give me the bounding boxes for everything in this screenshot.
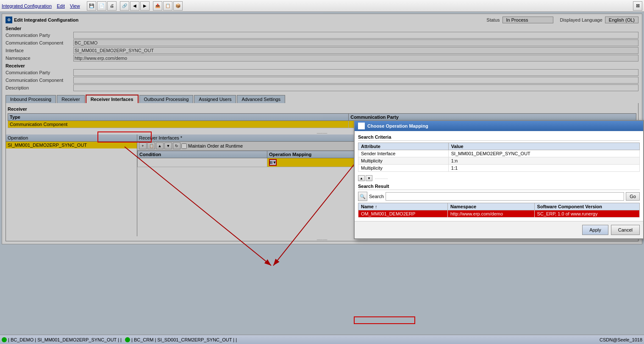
save-btn[interactable]: 💾	[87, 1, 96, 11]
criteria-row-1: Sender Interface SI_MM001_DEMO2ERP_SYNC_…	[358, 150, 640, 157]
search-result-label: Search Result	[358, 184, 640, 190]
result-namespace-cell: http://www.erp.com/demo	[447, 210, 534, 218]
menu-integrated-config[interactable]: Integrated Configuration	[2, 3, 52, 8]
toolbar-icons: 💾 📄 🖨 🔗 ◀ ▶ 📤 📋 📦	[87, 1, 183, 11]
criteria-scroll-nav: ▲ ▼ ...........	[358, 175, 640, 181]
criteria-val-2: 1:n	[448, 157, 639, 165]
result-table: Name ↑ Namespace Software Component Vers…	[358, 203, 640, 218]
status-text-1: | BC_DEMO | SI_MM001_DEMO2ERP_SYNC_OUT |…	[8, 337, 122, 342]
scroll-down-btn[interactable]: ▼	[366, 175, 372, 181]
result-namespace-col: Namespace	[447, 203, 534, 210]
result-scv-cell: SC_ERP, 1.0 of www.runergy	[534, 210, 639, 218]
apply-button[interactable]: Apply	[582, 225, 608, 235]
status-item-2: | BC_CRM | SI_SD001_CRM2ERP_SYNC_OUT | |	[125, 337, 237, 342]
criteria-row-3: Multiplicity 1:1	[358, 165, 640, 172]
criteria-table: Attribute Value Sender Interface SI_MM00…	[358, 143, 640, 172]
search-icon-btn[interactable]: 🔍	[358, 192, 367, 201]
search-criteria-label: Search Criteria	[358, 134, 640, 141]
modal-title-icon: ⚙	[358, 123, 365, 129]
search-label: Search	[369, 194, 384, 199]
menu-view[interactable]: View	[70, 3, 80, 8]
criteria-val-col: Value	[448, 143, 639, 150]
criteria-val-3: 1:1	[448, 165, 639, 172]
copy-btn[interactable]: 📋	[163, 1, 172, 11]
result-name-cell: OM_MM001_DEMO2ERP	[358, 210, 448, 218]
criteria-attr-col: Attribute	[358, 143, 449, 150]
scroll-ellipsis: ...........	[375, 175, 388, 181]
csdn-watermark: CSDN@Seele_1018	[600, 337, 642, 342]
package-btn[interactable]: 📦	[173, 1, 183, 11]
back-btn[interactable]: ◀	[130, 1, 139, 11]
modal-dialog: ⚙ Choose Operation Mapping Search Criter…	[354, 120, 644, 239]
criteria-attr-2: Multiplicity	[358, 157, 449, 165]
search-bar: 🔍 Search Go	[358, 192, 640, 201]
main-area: ⚙ Edit Integrated Configuration Status I…	[0, 12, 644, 335]
corner-btn[interactable]: ⊠	[633, 1, 642, 11]
criteria-val-1: SI_MM001_DEMO2ERP_SYNC_OUT	[448, 150, 639, 157]
criteria-attr-1: Sender Interface	[358, 150, 449, 157]
menu-items: Integrated Configuration Edit View	[2, 3, 80, 8]
status-bar: | BC_DEMO | SI_MM001_DEMO2ERP_SYNC_OUT |…	[0, 335, 644, 344]
search-input[interactable]	[386, 192, 624, 201]
scroll-up-btn[interactable]: ▲	[358, 175, 365, 181]
result-scv-col: Software Component Version	[534, 203, 639, 210]
cancel-button[interactable]: Cancel	[611, 225, 640, 235]
go-btn[interactable]: Go	[626, 192, 640, 201]
modal-footer: Apply Cancel	[355, 221, 643, 238]
export-btn[interactable]: 📤	[153, 1, 162, 11]
status-text-2: | BC_CRM | SI_SD001_CRM2ERP_SYNC_OUT | |	[131, 337, 237, 342]
new-btn[interactable]: 📄	[97, 1, 106, 11]
status-dot-1	[2, 337, 7, 342]
link-btn[interactable]: 🔗	[120, 1, 129, 11]
result-row[interactable]: OM_MM001_DEMO2ERP http://www.erp.com/dem…	[358, 210, 640, 218]
menu-bar: Integrated Configuration Edit View 💾 📄 🖨…	[0, 0, 644, 12]
modal-title-bar: ⚙ Choose Operation Mapping	[355, 121, 643, 131]
criteria-row-2: Multiplicity 1:n	[358, 157, 640, 165]
criteria-attr-3: Multiplicity	[358, 165, 449, 172]
fwd-btn[interactable]: ▶	[140, 1, 150, 11]
menu-edit[interactable]: Edit	[57, 3, 65, 8]
modal-body: Search Criteria Attribute Value Sender I…	[355, 131, 643, 221]
status-item-1: | BC_DEMO | SI_MM001_DEMO2ERP_SYNC_OUT |…	[2, 337, 122, 342]
result-name-col: Name ↑	[358, 203, 448, 210]
modal-title: Choose Operation Mapping	[367, 123, 428, 129]
print-btn[interactable]: 🖨	[107, 1, 117, 11]
status-dot-2	[125, 337, 130, 342]
